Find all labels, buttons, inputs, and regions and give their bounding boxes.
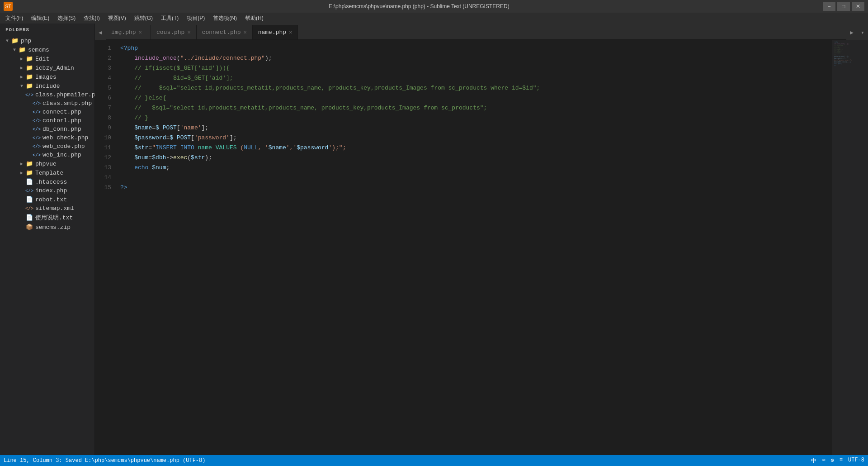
menu-item-g[interactable]: 跳转(G)	[131, 14, 156, 23]
tab-close-btn[interactable]: ✕	[289, 29, 292, 36]
line-number-2: 2	[95, 53, 111, 63]
tree-label: index.php	[35, 187, 67, 194]
tab-label: connect.php	[202, 29, 241, 36]
tree-label: semcms	[28, 47, 49, 53]
tree-label: icbzy_Admin	[35, 65, 74, 71]
minimap: <?php include_once(...); // if(isset...)…	[832, 40, 868, 455]
tree-item-webincphp[interactable]: </>web_inc.php	[0, 151, 94, 159]
status-settings[interactable]: ⚙	[831, 457, 834, 465]
code-line-14	[120, 173, 832, 183]
tree-item-template[interactable]: ▶📁Template	[0, 168, 94, 177]
code-content[interactable]: <?php include_once("../Include/connect.p…	[115, 40, 832, 455]
tree-label: Images	[35, 74, 57, 81]
tab-imgphp[interactable]: img.php✕	[106, 25, 151, 39]
menu-item-n[interactable]: 首选项(N)	[209, 14, 241, 23]
tree-label: db_conn.php	[42, 126, 81, 133]
tree-label: semcms.zip	[35, 224, 71, 231]
tree-item-images[interactable]: ▶📁Images	[0, 72, 94, 81]
minimize-button[interactable]: −	[823, 2, 835, 11]
tree-arrow: ▼	[4, 38, 11, 43]
menu-item-v[interactable]: 视图(V)	[104, 14, 130, 23]
tab-label: cous.php	[156, 29, 184, 36]
php-file-icon: </>	[33, 153, 41, 158]
menu-item-p[interactable]: 项目(P)	[183, 14, 208, 23]
tree-label: sitemap.xml	[35, 205, 74, 212]
title-text: E:\php\semcms\phpvue\name.php (php) - Su…	[329, 3, 509, 10]
php-file-icon: </>	[33, 101, 41, 106]
line-number-3: 3	[95, 63, 111, 73]
code-line-9: $name=$_POST['name'];	[120, 123, 832, 133]
status-menu[interactable]: ≡	[840, 457, 843, 465]
folder-icon: 📁	[19, 47, 26, 53]
line-number-10: 10	[95, 133, 111, 143]
editor-area[interactable]: 123456789101112131415 <?php include_once…	[95, 40, 832, 455]
php-file-icon: </>	[33, 144, 41, 149]
tree-label: Include	[35, 83, 60, 90]
close-button[interactable]: ✕	[852, 2, 864, 11]
tree-item-indexphp[interactable]: </>index.php	[0, 186, 94, 195]
status-lang[interactable]: 中	[811, 457, 816, 465]
code-line-13: echo $num;	[120, 163, 832, 173]
tree-icon: </>	[33, 117, 41, 124]
line-number-5: 5	[95, 83, 111, 93]
tab-cousphp[interactable]: cous.php✕	[151, 25, 197, 39]
code-line-11: $str="INSERT INTO name VALUES (NULL, '$n…	[120, 143, 832, 153]
tree-item-connectphp[interactable]: </>connect.php	[0, 108, 94, 116]
tree-icon: </>	[33, 134, 41, 141]
tree-item-classsmtpphp[interactable]: </>class.smtp.php	[0, 99, 94, 108]
tree-item-include[interactable]: ▼📁Include	[0, 81, 94, 90]
tree-item-sitemapxml[interactable]: </>sitemap.xml	[0, 204, 94, 213]
tree-item-contorlphp[interactable]: </>contorl.php	[0, 116, 94, 125]
tree-item-htaccess[interactable]: 📄.htaccess	[0, 177, 94, 186]
menu-item-h[interactable]: 帮助(H)	[241, 14, 267, 23]
tree-label: class.phpmailer.php	[35, 91, 95, 98]
menu-item-t[interactable]: 工具(T)	[157, 14, 182, 23]
tab-label: img.php	[111, 29, 136, 36]
tree-arrow: ▶	[18, 161, 25, 166]
tree-item-semcms[interactable]: ▼📁semcms	[0, 45, 94, 54]
code-container: 123456789101112131415 <?php include_once…	[95, 40, 832, 455]
line-number-9: 9	[95, 123, 111, 133]
line-number-1: 1	[95, 43, 111, 53]
tab-scroll-left[interactable]: ◀	[95, 25, 106, 40]
tree-item-webcheckphp[interactable]: </>web_check.php	[0, 133, 94, 142]
menu-item-i[interactable]: 查找(I)	[80, 14, 103, 23]
tree-item-edit[interactable]: ▶📁Edit	[0, 54, 94, 63]
code-line-6: // }else{	[120, 93, 832, 103]
folder-icon: 📁	[26, 170, 33, 176]
tree-label: web_code.php	[42, 143, 85, 150]
maximize-button[interactable]: □	[837, 2, 850, 11]
status-right: 中 ⌨ ⚙ ≡ UTF-8	[811, 457, 864, 465]
menu-item-s[interactable]: 选择(S)	[54, 14, 79, 23]
code-line-2: include_once("../Include/connect.php");	[120, 53, 832, 63]
file-icon: 📄	[26, 179, 33, 185]
menu-item-e[interactable]: 编辑(E)	[28, 14, 53, 23]
tree-item-dbconnphp[interactable]: </>db_conn.php	[0, 125, 94, 133]
tree-item-webcodephp[interactable]: </>web_code.php	[0, 142, 94, 151]
tab-connectphp[interactable]: connect.php✕	[197, 25, 253, 39]
tree-item-phpvue[interactable]: ▶📁phpvue	[0, 159, 94, 168]
tab-close-btn[interactable]: ✕	[139, 29, 142, 36]
tree-arrow: ▼	[11, 48, 18, 52]
status-encoding[interactable]: UTF-8	[848, 457, 864, 465]
menu-item-f[interactable]: 文件(F)	[2, 14, 27, 23]
sidebar-header: FOLDERS	[0, 24, 94, 36]
tab-scroll-right[interactable]: ▶	[846, 25, 857, 40]
tab-close-btn[interactable]: ✕	[187, 29, 190, 36]
line-number-14: 14	[95, 173, 111, 183]
window-controls[interactable]: − □ ✕	[823, 2, 864, 11]
tree-item-robottxt[interactable]: 📄robot.txt	[0, 195, 94, 204]
tree-item-classphpmailerphp[interactable]: </>class.phpmailer.php	[0, 90, 94, 99]
tab-close-btn[interactable]: ✕	[243, 29, 246, 36]
tree-item-php[interactable]: ▼📁php	[0, 36, 94, 45]
tab-namephp[interactable]: name.php✕	[253, 25, 298, 39]
tree-item-txt[interactable]: 📄使用说明.txt	[0, 213, 94, 223]
php-file-icon: </>	[33, 127, 41, 132]
tree-item-icbzyadmin[interactable]: ▶📁icbzy_Admin	[0, 63, 94, 72]
tab-extra-menu[interactable]: ▾	[857, 25, 868, 40]
tree-label: phpvue	[35, 161, 57, 167]
status-keyboard[interactable]: ⌨	[822, 457, 825, 465]
tree-item-semcmszip[interactable]: 📦semcms.zip	[0, 223, 94, 232]
code-line-8: // }	[120, 113, 832, 123]
line-number-12: 12	[95, 153, 111, 163]
